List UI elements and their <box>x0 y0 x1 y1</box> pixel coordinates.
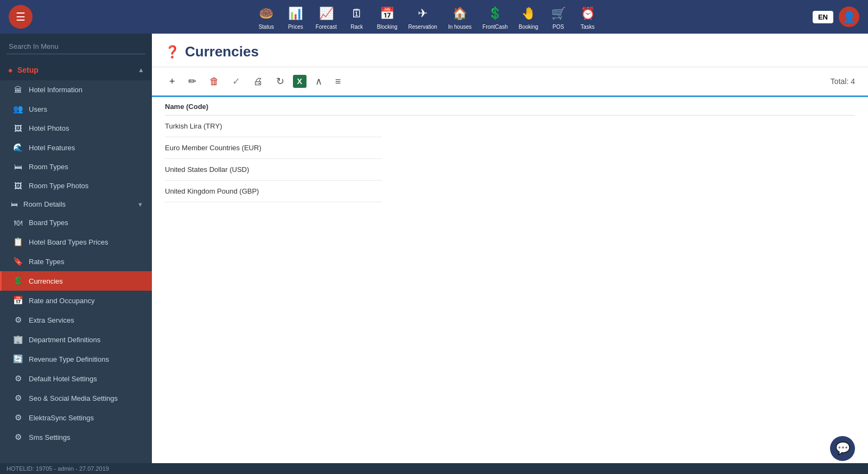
table-header: Name (Code) <box>165 97 855 116</box>
seo-social-media-settings-icon: ⚙ <box>12 393 23 403</box>
data-table: Name (Code) Turkish Lira (TRY)Euro Membe… <box>152 97 868 463</box>
nav-icons-container: 🍩 Status 📊 Prices 📈 Forecast 🗓 Rack 📅 Bl… <box>41 4 813 30</box>
nav-item-rack[interactable]: 🗓 Rack <box>348 4 366 30</box>
search-box <box>0 34 152 60</box>
menu-button[interactable]: ≡ <box>331 73 346 90</box>
toolbar: + ✏ 🗑 ✓ 🖨 ↻ X ∧ ≡ Total: 4 <box>152 67 868 97</box>
sidebar-item-label: Revenue Type Definitions <box>29 355 109 363</box>
page-title: Currencies <box>185 43 259 60</box>
sidebar-item-hotel-board-types-prices[interactable]: 📋 Hotel Board Types Prices <box>0 232 152 252</box>
reservation-icon: ✈ <box>413 4 432 23</box>
sidebar-item-seo-social-media-settings[interactable]: ⚙ Seo & Social Media Settings <box>0 388 152 408</box>
sidebar-item-hotel-features[interactable]: 🌊 Hotel Features <box>0 138 152 157</box>
nav-item-forecast[interactable]: 📈 Forecast <box>316 4 337 30</box>
setup-icon: ⬥ <box>8 65 13 75</box>
sidebar-item-label: Rate Types <box>29 258 65 266</box>
edit-button[interactable]: ✏ <box>184 73 201 90</box>
section-label: ⬥ Setup <box>8 65 39 75</box>
booking-label: Booking <box>519 24 538 30</box>
top-navigation: ☰ 🍩 Status 📊 Prices 📈 Forecast 🗓 Rack 📅 … <box>0 0 868 34</box>
sidebar-item-label: Currencies <box>29 277 63 285</box>
hotel-board-types-prices-icon: 📋 <box>12 237 23 247</box>
sidebar-item-label: Board Types <box>29 219 68 227</box>
chat-bubble[interactable]: 💬 <box>830 436 855 461</box>
sidebar-item-revenue-type-definitions[interactable]: 🔄 Revenue Type Definitions <box>0 349 152 369</box>
collapse-button[interactable]: ∧ <box>311 73 327 90</box>
nav-item-inhouses[interactable]: 🏠 In houses <box>448 4 471 30</box>
department-definitions-icon: 🏢 <box>12 335 23 344</box>
room-type-photos-icon: 🖼 <box>12 181 23 190</box>
sidebar-item-label: Users <box>29 105 47 113</box>
sidebar-item-hotel-photos[interactable]: 🖼 Hotel Photos <box>0 119 152 138</box>
frontcash-label: FrontCash <box>482 24 508 30</box>
reservation-label: Reservation <box>409 24 437 30</box>
room-details-icon: 🛏 <box>11 200 18 208</box>
sidebar-item-room-details[interactable]: 🛏 Room Details ▼ <box>0 195 152 213</box>
hotel-information-icon: 🏛 <box>12 85 23 94</box>
sidebar-item-label: Room Type Photos <box>29 182 88 190</box>
refresh-button[interactable]: ↻ <box>272 73 289 90</box>
language-button[interactable]: EN <box>813 11 833 23</box>
main-layout: ⬥ Setup ▲ 🏛 Hotel Information 👥 Users 🖼 … <box>0 34 868 463</box>
rate-and-occupancy-icon: 📅 <box>12 296 23 305</box>
table-row[interactable]: Euro Member Countries (EUR) <box>165 137 382 159</box>
nav-item-reservation[interactable]: ✈ Reservation <box>409 4 437 30</box>
inhouses-label: In houses <box>448 24 471 30</box>
sidebar-item-label: Hotel Features <box>29 144 75 152</box>
prices-icon: 📊 <box>286 4 305 23</box>
sidebar-item-rate-types[interactable]: 🔖 Rate Types <box>0 252 152 271</box>
nav-right: EN 👤 <box>813 7 859 27</box>
status-icon: 🍩 <box>257 4 276 23</box>
sidebar-item-sms-settings[interactable]: ⚙ Sms Settings <box>0 427 152 447</box>
table-row[interactable]: United States Dollar (USD) <box>165 159 382 181</box>
nav-item-status[interactable]: 🍩 Status <box>257 4 276 30</box>
search-input[interactable] <box>7 39 145 54</box>
sidebar-item-board-types[interactable]: 🍽 Board Types <box>0 213 152 232</box>
check-button[interactable]: ✓ <box>228 73 245 90</box>
nav-item-tasks[interactable]: ⏰ Tasks <box>578 4 597 30</box>
excel-button[interactable]: X <box>293 75 307 88</box>
nav-item-frontcash[interactable]: 💲 FrontCash <box>482 4 508 30</box>
table-row[interactable]: Turkish Lira (TRY) <box>165 116 382 137</box>
default-hotel-settings-icon: ⚙ <box>12 374 23 383</box>
nav-item-pos[interactable]: 🛒 POS <box>549 4 567 30</box>
table-row[interactable]: United Kingdom Pound (GBP) <box>165 181 382 202</box>
content-area: ❓ Currencies + ✏ 🗑 ✓ 🖨 ↻ X ∧ ≡ Total: 4 … <box>152 34 868 463</box>
sidebar-item-label: Rate and Occupancy <box>29 297 94 305</box>
sidebar-item-hotel-information[interactable]: 🏛 Hotel Information <box>0 80 152 99</box>
footer-text: HOTELID: 19705 - admin - 27.07.2019 <box>7 465 109 472</box>
hamburger-button[interactable]: ☰ <box>9 5 33 29</box>
nav-item-prices[interactable]: 📊 Prices <box>286 4 305 30</box>
sidebar-item-rate-and-occupancy[interactable]: 📅 Rate and Occupancy <box>0 291 152 310</box>
chevron-up-icon: ▲ <box>138 66 144 74</box>
sidebar-item-default-hotel-settings[interactable]: ⚙ Default Hotel Settings <box>0 369 152 388</box>
user-avatar[interactable]: 👤 <box>839 7 859 27</box>
revenue-type-definitions-icon: 🔄 <box>12 354 23 364</box>
nav-item-booking[interactable]: 🤚 Booking <box>519 4 538 30</box>
sidebar-item-label: Seo & Social Media Settings <box>29 394 118 402</box>
print-button[interactable]: 🖨 <box>249 73 267 90</box>
prices-label: Prices <box>288 24 303 30</box>
sidebar-item-department-definitions[interactable]: 🏢 Department Definitions <box>0 330 152 349</box>
sidebar-item-extra-services[interactable]: ⚙ Extra Services <box>0 310 152 330</box>
sidebar-item-room-type-photos[interactable]: 🖼 Room Type Photos <box>0 176 152 195</box>
blocking-icon: 📅 <box>378 4 397 23</box>
user-icon: 👤 <box>843 10 856 23</box>
sidebar-item-currencies[interactable]: 💲 Currencies <box>0 271 152 291</box>
footer-bar: HOTELID: 19705 - admin - 27.07.2019 <box>0 463 868 474</box>
sidebar-item-label: Room Types <box>29 163 68 171</box>
hotel-photos-icon: 🖼 <box>12 124 23 133</box>
blocking-label: Blocking <box>377 24 398 30</box>
inhouses-icon: 🏠 <box>451 4 469 23</box>
sidebar-item-elektrasync-settings[interactable]: ⚙ ElektraSync Settings <box>0 408 152 427</box>
elektrasync-settings-icon: ⚙ <box>12 413 23 422</box>
room-types-icon: 🛏 <box>12 162 23 171</box>
sidebar-item-room-types[interactable]: 🛏 Room Types <box>0 157 152 176</box>
nav-item-blocking[interactable]: 📅 Blocking <box>377 4 398 30</box>
table-rows: Turkish Lira (TRY)Euro Member Countries … <box>165 116 855 202</box>
sidebar-item-left: 🛏 Room Details <box>11 200 66 208</box>
add-button[interactable]: + <box>165 73 180 90</box>
delete-button[interactable]: 🗑 <box>205 73 224 90</box>
sidebar-section-header[interactable]: ⬥ Setup ▲ <box>0 60 152 80</box>
sidebar-item-users[interactable]: 👥 Users <box>0 99 152 119</box>
